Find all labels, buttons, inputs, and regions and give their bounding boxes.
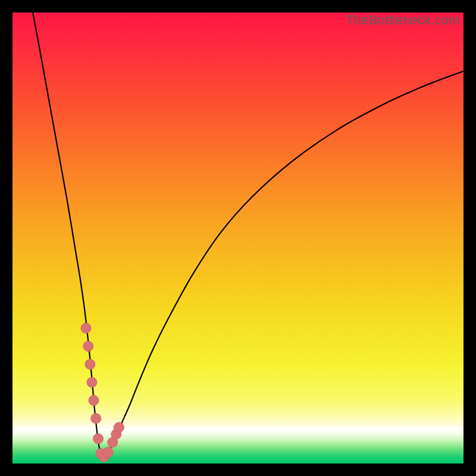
marker-dot: [103, 447, 113, 458]
marker-dot: [93, 434, 104, 444]
marker-dot: [83, 341, 93, 351]
curve-layer: [12, 12, 464, 464]
marker-dot: [85, 359, 95, 369]
plot-area: TheBottleneck.com: [12, 12, 464, 464]
curve-markers: [81, 323, 124, 462]
marker-dot: [87, 377, 97, 387]
marker-dot: [91, 414, 101, 424]
bottleneck-curve: [33, 12, 464, 457]
marker-dot: [114, 422, 124, 433]
marker-dot: [89, 395, 99, 405]
marker-dot: [81, 323, 91, 333]
chart-frame: TheBottleneck.com: [0, 0, 476, 476]
